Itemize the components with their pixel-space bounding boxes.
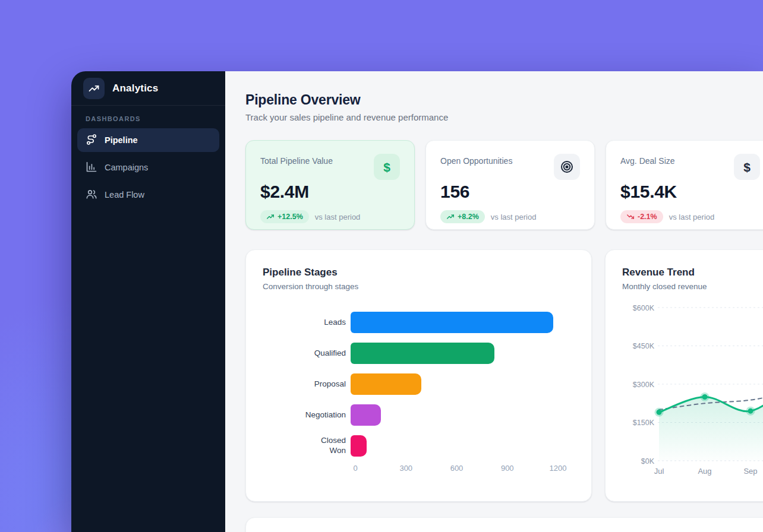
route-icon xyxy=(86,134,97,147)
bar[interactable] xyxy=(351,312,553,333)
bar-chart-x-axis: 03006009001200 xyxy=(355,464,575,476)
bar[interactable] xyxy=(351,404,381,426)
delta-note: vs last period xyxy=(669,213,715,221)
x-axis-label: Jul xyxy=(654,467,664,476)
app-window: Analytics DASHBOARDS Pipeline xyxy=(71,71,763,532)
bar-row: Closed Won xyxy=(263,435,575,457)
bar-row: Negotiation xyxy=(263,404,575,426)
sidebar-item-label: Campaigns xyxy=(105,163,148,172)
trending-down-icon xyxy=(626,213,635,221)
stat-card-open-opportunities[interactable]: Open Opportunities 156 +8.2% vs last per… xyxy=(425,140,595,230)
data-point xyxy=(748,408,753,414)
delta-note: vs last period xyxy=(315,213,361,221)
sidebar-item-label: Pipeline xyxy=(105,135,138,145)
x-axis-tick: 0 xyxy=(353,464,357,473)
bar-label: Qualified xyxy=(263,349,351,359)
sidebar-item-pipeline[interactable]: Pipeline xyxy=(77,128,219,152)
app-title: Analytics xyxy=(112,83,158,94)
x-axis-label: Sep xyxy=(743,467,757,476)
y-axis-label: $450K xyxy=(633,342,655,350)
bar-row: Proposal xyxy=(263,373,575,395)
stat-label: Total Pipeline Value xyxy=(260,154,333,166)
bar-label: Closed Won xyxy=(263,436,351,456)
stat-label: Avg. Deal Size xyxy=(620,154,675,166)
bar-label: Leads xyxy=(263,318,351,328)
x-axis-label: Aug xyxy=(698,467,711,476)
bar-chart: LeadsQualifiedProposalNegotiationClosed … xyxy=(263,312,575,457)
y-axis-label: $600K xyxy=(633,304,655,312)
bar-chart-icon xyxy=(86,161,97,175)
sidebar-section-label: DASHBOARDS xyxy=(86,115,211,122)
delta-value: +8.2% xyxy=(458,213,479,221)
revenue-trend-card: Revenue Trend Monthly closed revenue $60… xyxy=(605,249,763,502)
sidebar: Analytics DASHBOARDS Pipeline xyxy=(71,71,225,532)
x-axis-tick: 300 xyxy=(399,464,412,473)
charts-row: Pipeline Stages Conversion through stage… xyxy=(245,249,763,502)
y-axis-label: $300K xyxy=(633,381,655,389)
dollar-sign-icon: $ xyxy=(734,154,760,180)
main-content: Pipeline Overview Track your sales pipel… xyxy=(225,71,763,532)
trend-badge: +8.2% xyxy=(440,210,485,223)
x-axis-tick: 1200 xyxy=(550,464,567,473)
page-title: Pipeline Overview xyxy=(245,92,763,108)
trending-up-logo-icon xyxy=(83,78,105,99)
stat-label: Open Opportunities xyxy=(440,154,512,166)
app-logo: Analytics xyxy=(71,71,225,106)
x-axis-tick: 900 xyxy=(501,464,514,473)
chart-subtitle: Monthly closed revenue xyxy=(622,282,763,291)
target-icon xyxy=(554,154,580,180)
y-axis-label: $0K xyxy=(641,457,655,466)
data-point xyxy=(657,410,662,415)
chart-subtitle: Conversion through stages xyxy=(263,282,575,291)
delta-note: vs last period xyxy=(491,213,537,221)
dollar-sign-icon: $ xyxy=(374,154,400,180)
users-icon xyxy=(86,188,97,202)
sidebar-item-campaigns[interactable]: Campaigns xyxy=(77,156,219,179)
bottom-card xyxy=(245,517,763,532)
stat-card-avg-deal-size[interactable]: Avg. Deal Size $ $15.4K -2.1% vs last pe… xyxy=(606,140,763,230)
bar[interactable] xyxy=(351,373,421,395)
sidebar-nav: Pipeline Campaigns Lead Flow xyxy=(71,128,225,207)
y-axis-label: $150K xyxy=(633,419,655,427)
trend-badge: -2.1% xyxy=(620,210,663,223)
pipeline-stages-card: Pipeline Stages Conversion through stage… xyxy=(245,249,592,502)
revenue-line-chart: $600K$450K$300K$150K$0KJulAugSep xyxy=(622,296,763,481)
trending-up-icon xyxy=(446,213,455,221)
sidebar-item-label: Lead Flow xyxy=(105,190,144,200)
page-subtitle: Track your sales pipeline and revenue pe… xyxy=(245,112,763,122)
trend-badge: +12.5% xyxy=(260,210,309,223)
stat-card-total-pipeline-value[interactable]: Total Pipeline Value $ $2.4M +12.5% vs l… xyxy=(245,140,415,230)
bar-label: Proposal xyxy=(263,379,351,390)
bar-row: Leads xyxy=(263,312,575,333)
chart-title: Revenue Trend xyxy=(622,267,763,278)
bar[interactable] xyxy=(351,343,494,364)
bar-label: Negotiation xyxy=(263,410,351,420)
sidebar-item-lead-flow[interactable]: Lead Flow xyxy=(77,183,219,207)
delta-value: -2.1% xyxy=(638,213,657,221)
bar[interactable] xyxy=(351,435,367,457)
chart-title: Pipeline Stages xyxy=(263,267,575,278)
stat-value: $2.4M xyxy=(260,182,400,202)
data-point xyxy=(702,394,708,400)
stat-value: 156 xyxy=(440,182,580,202)
x-axis-tick: 600 xyxy=(450,464,464,473)
stats-row: Total Pipeline Value $ $2.4M +12.5% vs l… xyxy=(245,140,763,230)
stat-value: $15.4K xyxy=(620,182,760,202)
revenue-area xyxy=(659,379,763,461)
bar-row: Qualified xyxy=(263,343,575,364)
trending-up-icon xyxy=(266,213,275,221)
delta-value: +12.5% xyxy=(278,213,303,221)
